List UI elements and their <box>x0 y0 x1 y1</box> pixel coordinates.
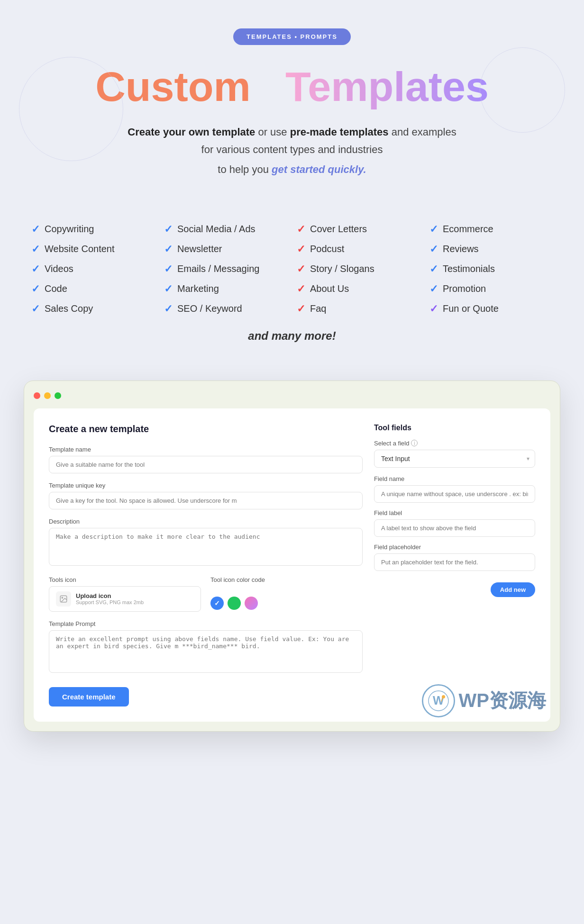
check-icon: ✓ <box>429 263 438 275</box>
feature-text: Social Media / Ads <box>177 224 256 235</box>
check-icon: ✓ <box>297 263 305 275</box>
feature-item: ✓Faq <box>297 303 420 315</box>
check-icon: ✓ <box>297 303 305 315</box>
select-field-group: Select a field i Text Input Text Area Nu… <box>374 440 535 468</box>
feature-text: Story / Slogans <box>310 263 374 274</box>
field-name-group: Field name <box>374 475 535 503</box>
swatch-green[interactable] <box>228 597 241 610</box>
feature-text: Podcust <box>310 244 344 254</box>
feature-text: Copywriting <box>45 224 94 235</box>
feature-item: ✓Copywriting <box>31 223 155 236</box>
tagline-text: to help you <box>218 163 269 175</box>
icon-col: Tools icon Upload icon Support SVG, PNG … <box>49 576 201 612</box>
minimize-dot[interactable] <box>44 392 51 399</box>
swatch-check: ✓ <box>214 599 220 607</box>
window-controls <box>34 390 550 401</box>
subtitle-bold2: pre-made templates <box>290 126 389 138</box>
feature-text: Marketing <box>177 283 219 294</box>
upload-text-block: Upload icon Support SVG, PNG max 2mb <box>76 592 144 605</box>
feature-text: Emails / Messaging <box>177 263 259 274</box>
field-placeholder-group: Field placeholder <box>374 544 535 571</box>
tool-fields-title: Tool fields <box>374 424 535 432</box>
feature-item: ✓Testimonials <box>429 263 553 275</box>
check-icon: ✓ <box>164 223 173 236</box>
add-new-button[interactable]: Add new <box>491 582 535 597</box>
create-template-button[interactable]: Create template <box>49 687 129 707</box>
field-label-input[interactable] <box>374 519 535 537</box>
info-icon: i <box>411 440 418 446</box>
feature-item: ✓Cover Letters <box>297 223 420 236</box>
upload-icon-sub: Support SVG, PNG max 2mb <box>76 599 144 605</box>
feature-item: ✓Social Media / Ads <box>164 223 287 236</box>
subtitle-bold1: Create your own template <box>128 126 255 138</box>
field-label-group: Field label <box>374 509 535 537</box>
feature-item: ✓Ecommerce <box>429 223 553 236</box>
swatch-blue[interactable]: ✓ <box>210 597 224 610</box>
prompt-group: Template Prompt <box>49 620 363 675</box>
watermark-text: WP资源海 <box>459 688 546 714</box>
check-icon: ✓ <box>297 283 305 295</box>
check-icon: ✓ <box>31 263 40 275</box>
feature-text: Testimonials <box>443 263 495 274</box>
tool-icon-color-label: Tool icon color code <box>210 576 363 583</box>
check-icon: ✓ <box>429 243 438 255</box>
upload-icon-placeholder <box>56 591 71 607</box>
add-new-section: Add new <box>374 579 535 597</box>
check-icon: ✓ <box>31 303 40 315</box>
svg-point-1 <box>62 597 63 598</box>
icon-upload-box[interactable]: Upload icon Support SVG, PNG max 2mb <box>49 586 201 612</box>
feature-text: Ecommerce <box>443 224 493 235</box>
close-dot[interactable] <box>34 392 40 399</box>
check-icon: ✓ <box>297 223 305 236</box>
check-icon: ✓ <box>164 263 173 275</box>
feature-item: ✓Story / Slogans <box>297 263 420 275</box>
template-name-group: Template name <box>49 446 363 473</box>
hero-section: TEMPLATES • PROMPTS Custom Templates Cre… <box>0 0 584 223</box>
feature-item: ✓Fun or Quote <box>429 303 553 315</box>
feature-text: About Us <box>310 283 349 294</box>
feature-text: Website Content <box>45 244 115 254</box>
field-placeholder-input[interactable] <box>374 553 535 571</box>
decorative-circle-right <box>480 47 565 133</box>
and-more-text: and many more! <box>28 329 556 343</box>
description-label: Description <box>49 518 363 525</box>
color-col: Tool icon color code ✓ <box>210 576 363 610</box>
feature-text: Sales Copy <box>45 303 93 314</box>
hero-subtitle: Create your own template or use pre-made… <box>126 123 458 159</box>
check-icon: ✓ <box>429 223 438 236</box>
feature-item: ✓Sales Copy <box>31 303 155 315</box>
feature-item: ✓Code <box>31 283 155 295</box>
swatch-pink[interactable] <box>245 597 258 610</box>
select-field-label: Select a field i <box>374 440 535 447</box>
feature-item: ✓SEO / Keyword <box>164 303 287 315</box>
feature-text: Faq <box>310 303 326 314</box>
feature-text: Videos <box>45 263 73 274</box>
field-name-label: Field name <box>374 475 535 482</box>
feature-item: ✓About Us <box>297 283 420 295</box>
feature-item: ✓Videos <box>31 263 155 275</box>
title-word-templates: Templates <box>285 63 489 110</box>
decorative-circle-left <box>19 57 123 161</box>
feature-text: Reviews <box>443 244 479 254</box>
select-field-dropdown[interactable]: Text Input Text Area Number Select Check… <box>374 450 535 468</box>
maximize-dot[interactable] <box>55 392 61 399</box>
field-label-label: Field label <box>374 509 535 516</box>
feature-item: ✓Website Content <box>31 243 155 255</box>
tagline-cursive: get started quickly. <box>272 163 366 175</box>
features-grid: ✓Copywriting✓Social Media / Ads✓Cover Le… <box>31 223 553 315</box>
feature-text: Promotion <box>443 283 486 294</box>
template-key-group: Template unique key <box>49 482 363 509</box>
template-key-label: Template unique key <box>49 482 363 489</box>
template-key-input[interactable] <box>49 492 363 509</box>
feature-text: Cover Letters <box>310 224 367 235</box>
template-prompt-textarea[interactable] <box>49 630 363 673</box>
feature-item: ✓Marketing <box>164 283 287 295</box>
feature-text: SEO / Keyword <box>177 303 242 314</box>
feature-text: Code <box>45 283 67 294</box>
template-name-input[interactable] <box>49 456 363 473</box>
check-icon: ✓ <box>31 243 40 255</box>
field-name-input[interactable] <box>374 485 535 503</box>
wordpress-logo: W <box>422 684 455 717</box>
window-content: Create a new template Template name Temp… <box>34 408 550 722</box>
description-textarea[interactable] <box>49 528 363 566</box>
